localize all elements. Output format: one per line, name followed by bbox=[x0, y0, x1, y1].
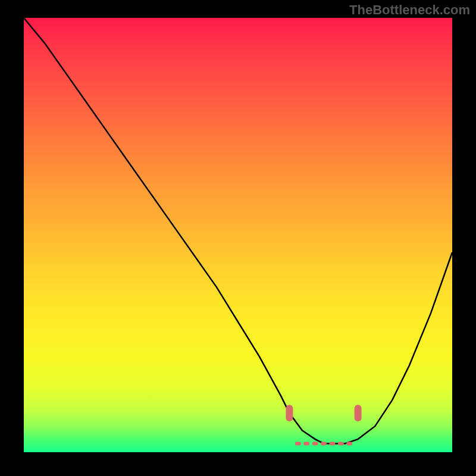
bottleneck-curve-line bbox=[24, 18, 452, 443]
sweet-spot-dot bbox=[346, 441, 352, 445]
chart-svg-layer bbox=[24, 18, 452, 452]
sweet-spot-dot bbox=[338, 441, 344, 445]
sweet-spot-dot bbox=[312, 441, 318, 445]
sweet-spot-dot bbox=[303, 441, 309, 445]
sweet-spot-dot bbox=[321, 441, 327, 445]
sweet-spot-markers bbox=[286, 405, 361, 445]
chart-plot-area bbox=[24, 18, 452, 452]
sweet-spot-dot bbox=[295, 441, 301, 445]
sweet-spot-boundary-marker bbox=[355, 405, 362, 421]
sweet-spot-dot bbox=[329, 441, 335, 445]
watermark-text: TheBottleneck.com bbox=[349, 2, 470, 18]
sweet-spot-boundary-marker bbox=[286, 405, 293, 421]
